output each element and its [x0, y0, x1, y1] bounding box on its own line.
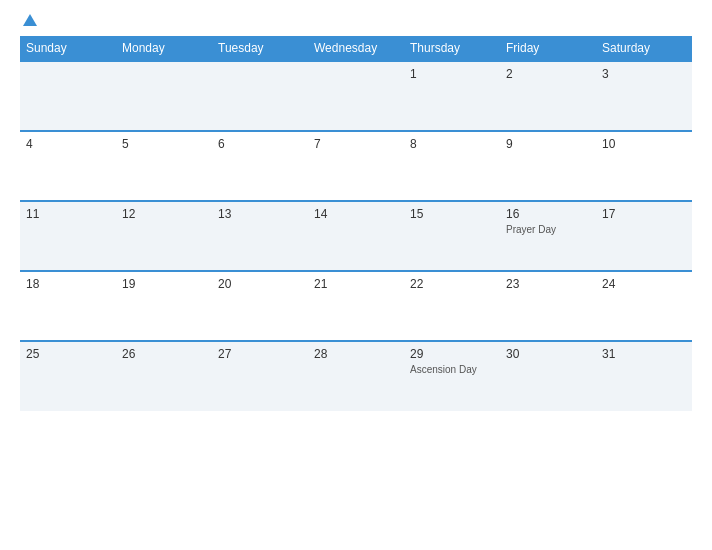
calendar-cell	[116, 61, 212, 131]
day-number: 25	[26, 347, 110, 361]
calendar-cell: 16Prayer Day	[500, 201, 596, 271]
calendar-cell: 19	[116, 271, 212, 341]
calendar-week-row: 18192021222324	[20, 271, 692, 341]
calendar-cell: 26	[116, 341, 212, 411]
day-number: 5	[122, 137, 206, 151]
day-number: 17	[602, 207, 686, 221]
day-number: 31	[602, 347, 686, 361]
calendar-cell: 1	[404, 61, 500, 131]
calendar-cell: 29Ascension Day	[404, 341, 500, 411]
calendar-cell: 12	[116, 201, 212, 271]
day-number: 13	[218, 207, 302, 221]
day-number: 6	[218, 137, 302, 151]
calendar-cell: 11	[20, 201, 116, 271]
day-number: 3	[602, 67, 686, 81]
calendar-cell: 31	[596, 341, 692, 411]
calendar-cell: 20	[212, 271, 308, 341]
calendar-cell	[212, 61, 308, 131]
day-number: 9	[506, 137, 590, 151]
day-number: 14	[314, 207, 398, 221]
calendar-week-row: 2526272829Ascension Day3031	[20, 341, 692, 411]
col-header-thursday: Thursday	[404, 36, 500, 61]
calendar-cell: 24	[596, 271, 692, 341]
calendar-cell	[308, 61, 404, 131]
calendar-cell: 9	[500, 131, 596, 201]
day-number: 10	[602, 137, 686, 151]
calendar-cell: 7	[308, 131, 404, 201]
calendar-cell: 2	[500, 61, 596, 131]
calendar-week-row: 45678910	[20, 131, 692, 201]
day-number: 23	[506, 277, 590, 291]
calendar-cell: 5	[116, 131, 212, 201]
day-number: 16	[506, 207, 590, 221]
day-number: 18	[26, 277, 110, 291]
day-number: 8	[410, 137, 494, 151]
day-number: 1	[410, 67, 494, 81]
day-number: 11	[26, 207, 110, 221]
calendar-cell: 27	[212, 341, 308, 411]
day-number: 28	[314, 347, 398, 361]
day-number: 15	[410, 207, 494, 221]
calendar-cell: 17	[596, 201, 692, 271]
day-number: 21	[314, 277, 398, 291]
day-number: 2	[506, 67, 590, 81]
calendar-cell: 13	[212, 201, 308, 271]
calendar-cell: 30	[500, 341, 596, 411]
calendar-week-row: 111213141516Prayer Day17	[20, 201, 692, 271]
day-number: 22	[410, 277, 494, 291]
col-header-monday: Monday	[116, 36, 212, 61]
calendar-cell: 15	[404, 201, 500, 271]
calendar-table: SundayMondayTuesdayWednesdayThursdayFrid…	[20, 36, 692, 411]
col-header-tuesday: Tuesday	[212, 36, 308, 61]
calendar-cell: 14	[308, 201, 404, 271]
logo	[20, 16, 37, 26]
calendar-cell: 21	[308, 271, 404, 341]
day-number: 4	[26, 137, 110, 151]
calendar-cell: 4	[20, 131, 116, 201]
day-number: 27	[218, 347, 302, 361]
calendar-cell: 18	[20, 271, 116, 341]
holiday-label: Prayer Day	[506, 224, 590, 235]
calendar-week-row: 123	[20, 61, 692, 131]
col-header-sunday: Sunday	[20, 36, 116, 61]
calendar-cell: 25	[20, 341, 116, 411]
calendar-header-row: SundayMondayTuesdayWednesdayThursdayFrid…	[20, 36, 692, 61]
day-number: 19	[122, 277, 206, 291]
day-number: 12	[122, 207, 206, 221]
calendar-page: SundayMondayTuesdayWednesdayThursdayFrid…	[0, 0, 712, 550]
day-number: 29	[410, 347, 494, 361]
col-header-wednesday: Wednesday	[308, 36, 404, 61]
logo-triangle-icon	[23, 14, 37, 26]
holiday-label: Ascension Day	[410, 364, 494, 375]
calendar-cell: 22	[404, 271, 500, 341]
day-number: 30	[506, 347, 590, 361]
calendar-cell: 6	[212, 131, 308, 201]
col-header-friday: Friday	[500, 36, 596, 61]
day-number: 20	[218, 277, 302, 291]
day-number: 7	[314, 137, 398, 151]
calendar-cell	[20, 61, 116, 131]
day-number: 24	[602, 277, 686, 291]
col-header-saturday: Saturday	[596, 36, 692, 61]
calendar-cell: 10	[596, 131, 692, 201]
calendar-cell: 23	[500, 271, 596, 341]
calendar-cell: 8	[404, 131, 500, 201]
day-number: 26	[122, 347, 206, 361]
calendar-cell: 3	[596, 61, 692, 131]
calendar-cell: 28	[308, 341, 404, 411]
page-header	[20, 16, 692, 26]
